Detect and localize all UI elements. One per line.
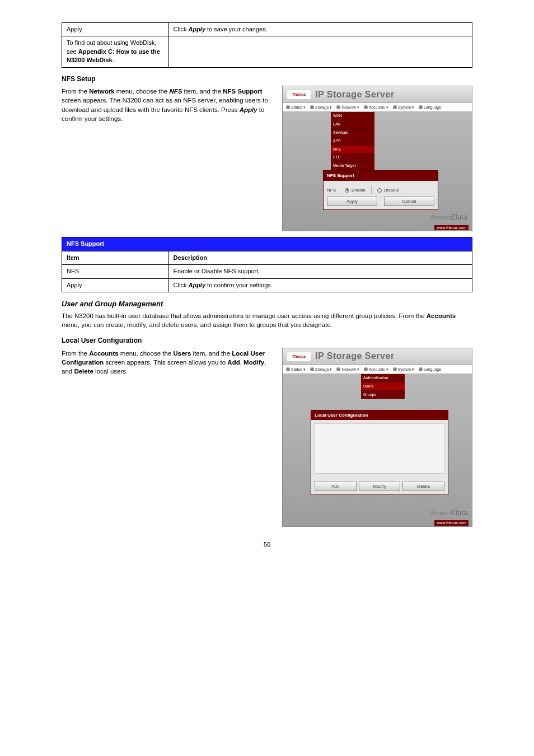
shot-menubar: Status ▾ Storage ▾ Network ▾ Accounts ▾ … xyxy=(283,103,472,112)
page-number: 50 xyxy=(62,540,472,549)
dd-wan[interactable]: WAN xyxy=(331,112,374,120)
nfs-panel-title: NFS Support xyxy=(324,171,438,180)
accounts-para: The N3200 has built-in user database tha… xyxy=(62,311,472,329)
nfs-radio-row: NFS Enable Disable xyxy=(327,186,434,194)
col-item: Item xyxy=(62,251,169,264)
menu-network[interactable]: Network ▾ xyxy=(336,105,359,110)
dd-services[interactable]: Services xyxy=(331,129,374,137)
add-button[interactable]: Add xyxy=(315,482,357,491)
footer-brand: ProtectData xyxy=(431,211,467,223)
menu-language[interactable]: Language xyxy=(419,105,441,110)
dd-lan[interactable]: LAN xyxy=(331,120,374,129)
menu2-system[interactable]: System ▾ xyxy=(393,367,414,372)
nfs-row-apply-label: Apply xyxy=(62,278,169,292)
menu-storage[interactable]: Storage ▾ xyxy=(310,105,332,110)
nfs-panel: NFS Support NFS Enable Disable Apply Can… xyxy=(323,170,438,209)
nfs-row-nfs-label: NFS xyxy=(62,265,169,278)
cancel-button[interactable]: Cancel xyxy=(384,197,434,206)
dd-ftp[interactable]: FTP xyxy=(331,153,374,162)
radio-disable[interactable] xyxy=(377,188,382,193)
nfs-desc-table: NFS Support Item Description NFS Enable … xyxy=(62,237,472,292)
apply-button[interactable]: Apply xyxy=(327,197,377,206)
brand-logo: Thecus xyxy=(287,90,311,99)
delete-button[interactable]: Delete xyxy=(402,482,444,491)
shot2-menubar: Status ▾ Storage ▾ Network ▾ Accounts ▾ … xyxy=(283,365,472,374)
accounts-dropdown: Authentication Users Groups xyxy=(361,374,405,399)
menu2-accounts[interactable]: Accounts ▾ xyxy=(364,367,388,372)
footer-brand2: ProtectData xyxy=(431,507,467,519)
nfs-paragraph: From the Network menu, choose the NFS it… xyxy=(62,87,274,123)
menu2-language[interactable]: Language xyxy=(419,367,441,372)
row-apply-desc: Click Apply to save your changes. xyxy=(168,23,472,36)
radio-enable[interactable] xyxy=(345,188,349,193)
network-dropdown: WAN LAN Services AFP NFS FTP Media Targe… xyxy=(331,112,374,170)
banner-text: IP Storage Server xyxy=(315,88,467,101)
footer-link: www.thecus.com xyxy=(434,225,469,231)
local-user-paragraph: From the Accounts menu, choose the Users… xyxy=(62,349,274,376)
shot2-titlebar: Thecus IP Storage Server xyxy=(283,348,472,365)
modify-button[interactable]: Modify xyxy=(359,482,401,491)
dd-groups[interactable]: Groups xyxy=(361,391,405,399)
col-desc: Description xyxy=(168,251,472,264)
radio-enable-label: Enable xyxy=(352,187,366,193)
menu2-status[interactable]: Status ▾ xyxy=(286,367,306,372)
menu-system[interactable]: System ▾ xyxy=(393,105,414,110)
nfs-row-apply-desc: Click Apply to confirm your settings. xyxy=(168,278,472,292)
dd-auth[interactable]: Authentication xyxy=(361,374,405,382)
local-user-heading: Local User Configuration xyxy=(62,336,472,346)
row-apply-label: Apply xyxy=(62,23,169,36)
apply-webdisk-table: Apply Click Apply to save your changes. … xyxy=(62,22,472,68)
accounts-heading: User and Group Management xyxy=(62,299,472,309)
brand-logo2: Thecus xyxy=(287,352,311,361)
menu-status[interactable]: Status ▾ xyxy=(286,105,306,110)
local-user-screenshot: Thecus IP Storage Server Status ▾ Storag… xyxy=(282,348,472,527)
menu2-storage[interactable]: Storage ▾ xyxy=(310,367,332,372)
nfs-radio-label: NFS xyxy=(327,187,336,193)
nfs-heading: NFS Setup xyxy=(62,74,472,84)
row-webdisk-label: To find out about using WebDisk, see App… xyxy=(62,36,169,67)
user-listbox[interactable] xyxy=(315,423,444,474)
footer-link2: www.thecus.com xyxy=(434,520,469,526)
dd-afp[interactable]: AFP xyxy=(331,137,374,146)
nfs-screenshot: Thecus IP Storage Server Status ▾ Storag… xyxy=(282,86,472,231)
local-user-panel: Local User Configuration Add Modify Dele… xyxy=(311,410,448,495)
banner-text2: IP Storage Server xyxy=(315,350,467,362)
dd-users[interactable]: Users xyxy=(361,382,405,391)
menu2-network[interactable]: Network ▾ xyxy=(336,367,359,372)
nfs-table-title: NFS Support xyxy=(62,237,472,251)
dd-nfs[interactable]: NFS xyxy=(331,146,374,154)
local-user-panel-title: Local User Configuration xyxy=(311,410,448,420)
menu-accounts[interactable]: Accounts ▾ xyxy=(364,105,388,110)
radio-disable-label: Disable xyxy=(384,187,399,193)
shot-titlebar: Thecus IP Storage Server xyxy=(283,86,472,103)
row-webdisk-desc xyxy=(168,36,472,67)
nfs-row-nfs-desc: Enable or Disable NFS support. xyxy=(168,265,472,278)
dd-media-target[interactable]: Media Target xyxy=(331,162,374,170)
